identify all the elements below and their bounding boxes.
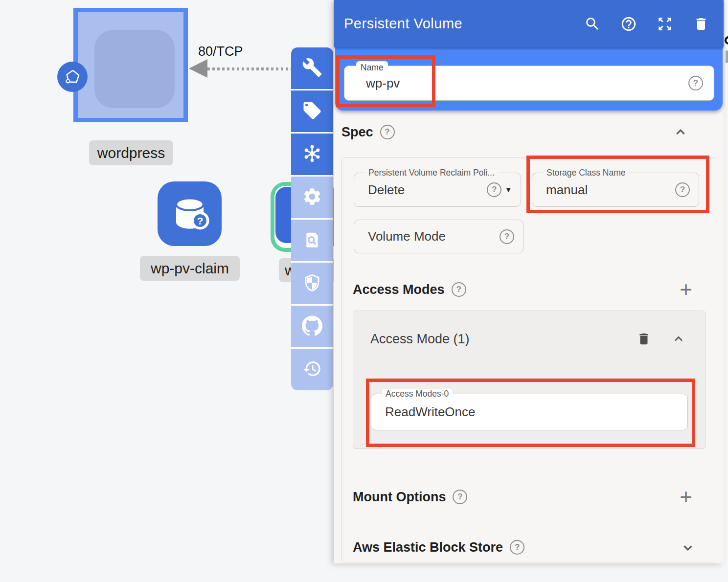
toolbar-wrench-button[interactable] — [291, 47, 333, 89]
access-modes-heading: Access Modes — [353, 282, 445, 297]
edge-arrowhead-icon — [189, 59, 207, 78]
panel-title: Persistent Volume — [344, 16, 584, 32]
toolbar-github-button[interactable] — [291, 306, 333, 347]
spec-collapse-chevron-up-icon[interactable] — [673, 125, 688, 139]
toolbar-hub-button[interactable] — [291, 134, 333, 175]
spec-section-header: Spec ? — [341, 121, 699, 143]
shield-icon — [302, 273, 322, 294]
help-icon[interactable] — [620, 15, 637, 33]
storage-class-value: manual — [546, 182, 675, 198]
access-modes-add-button[interactable]: + — [680, 282, 692, 297]
mount-options-heading: Mount Options — [353, 490, 446, 505]
aws-ebs-heading: Aws Elastic Block Store — [353, 540, 503, 555]
storage-class-field[interactable]: Storage Class Name manual ? — [532, 173, 699, 207]
wordpress-node-label: wordpress — [89, 140, 173, 165]
history-icon — [302, 359, 322, 381]
edge-port-label: 80/TCP — [198, 44, 243, 59]
access-modes-help-icon[interactable]: ? — [452, 282, 466, 297]
wrench-icon — [302, 57, 322, 80]
spec-help-icon[interactable]: ? — [380, 125, 395, 139]
access-modes-0-label: Access Modes-0 — [382, 389, 452, 399]
panel-header: Persistent Volume — [334, 0, 724, 47]
app-root: wordpress 80/TCP ? wp-pv-claim w — [0, 0, 728, 582]
mount-options-add-button[interactable]: + — [680, 490, 692, 504]
volume-mode-field[interactable]: Volume Mode ? — [354, 220, 523, 253]
name-field-label: Name — [356, 61, 388, 74]
search-icon[interactable] — [584, 15, 601, 33]
access-mode-card: Access Mode (1) Access Modes-0 ReadWrite… — [353, 311, 705, 449]
access-modes-0-field[interactable]: Access Modes-0 ReadWriteOnce — [371, 394, 688, 430]
document-search-icon — [302, 230, 322, 251]
tag-icon — [302, 100, 322, 123]
volume-mode-placeholder: Volume Mode — [368, 229, 500, 244]
aws-ebs-help-icon[interactable]: ? — [510, 540, 524, 555]
access-modes-0-value: ReadWriteOnce — [385, 404, 687, 420]
edge-dotted-line — [207, 67, 292, 70]
mount-options-help-icon[interactable]: ? — [453, 490, 467, 504]
volume-mode-help-icon[interactable]: ? — [500, 229, 514, 244]
delete-icon[interactable] — [692, 15, 710, 33]
reclaim-policy-value: Delete — [368, 182, 487, 198]
canvas-node-wp-pv-claim[interactable]: ? — [158, 181, 222, 246]
reclaim-policy-label: Persistent Volume Reclaim Poli... — [365, 168, 498, 178]
name-input[interactable]: wp-pv ? — [344, 66, 714, 101]
gear-icon — [302, 186, 322, 209]
toolbar-tag-button[interactable] — [291, 90, 333, 132]
spec-group-box: Persistent Volume Reclaim Poli... Delete… — [341, 157, 715, 562]
wordpress-node-inner-shape — [94, 30, 175, 108]
clipped-canvas-node-dot — [725, 36, 728, 45]
name-section: Name wp-pv ? — [335, 47, 723, 111]
expand-icon[interactable] — [656, 15, 674, 33]
canvas-node-wordpress[interactable] — [73, 8, 188, 122]
toolbar-gear-button[interactable] — [291, 177, 333, 218]
wp-pv-claim-node-label: wp-pv-claim — [140, 256, 240, 281]
access-mode-card-header: Access Mode (1) — [353, 311, 705, 367]
access-mode-collapse-chevron-up-icon[interactable] — [672, 332, 685, 346]
panel-scrollbar-thumb[interactable] — [726, 50, 728, 63]
toolbar-shield-button[interactable] — [291, 263, 333, 304]
name-input-value: wp-pv — [366, 76, 688, 91]
github-icon — [302, 315, 322, 338]
toolbar-inspect-button[interactable] — [291, 220, 333, 261]
reclaim-policy-dropdown-icon[interactable]: ▼ — [505, 186, 512, 194]
aws-ebs-expand-chevron-down-icon[interactable] — [681, 540, 695, 555]
side-toolbar — [291, 47, 333, 390]
access-mode-card-title: Access Mode (1) — [370, 332, 637, 347]
hub-network-icon — [301, 143, 323, 166]
pod-pentagon-icon — [57, 62, 88, 92]
mount-options-header: Mount Options ? + — [353, 486, 706, 508]
database-icon: ? — [169, 193, 210, 234]
toolbar-history-button[interactable] — [291, 349, 333, 390]
aws-ebs-header: Aws Elastic Block Store ? — [353, 537, 706, 558]
svg-text:?: ? — [197, 215, 203, 226]
reclaim-policy-help-icon[interactable]: ? — [487, 182, 501, 197]
storage-class-help-icon[interactable]: ? — [675, 182, 690, 197]
spec-heading: Spec — [341, 125, 373, 140]
storage-class-label: Storage Class Name — [543, 168, 629, 178]
access-modes-header: Access Modes ? + — [353, 279, 706, 300]
name-help-icon[interactable]: ? — [688, 76, 703, 90]
properties-panel: Persistent Volume Name wp-pv ? — [334, 0, 724, 563]
access-mode-delete-icon[interactable] — [637, 332, 651, 346]
reclaim-policy-field[interactable]: Persistent Volume Reclaim Poli... Delete… — [354, 173, 521, 207]
